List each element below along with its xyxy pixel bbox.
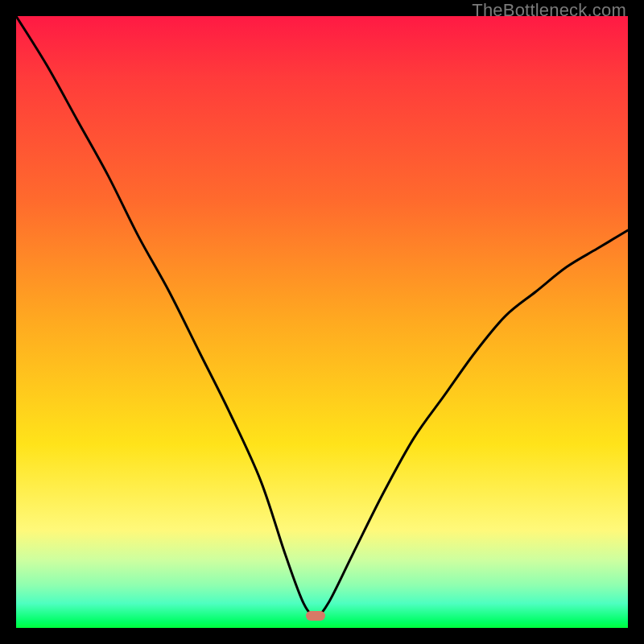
bottleneck-curve bbox=[16, 16, 628, 628]
chart-frame: TheBottleneck.com bbox=[0, 0, 644, 644]
plot-area bbox=[16, 16, 628, 628]
optimal-marker bbox=[306, 611, 325, 621]
